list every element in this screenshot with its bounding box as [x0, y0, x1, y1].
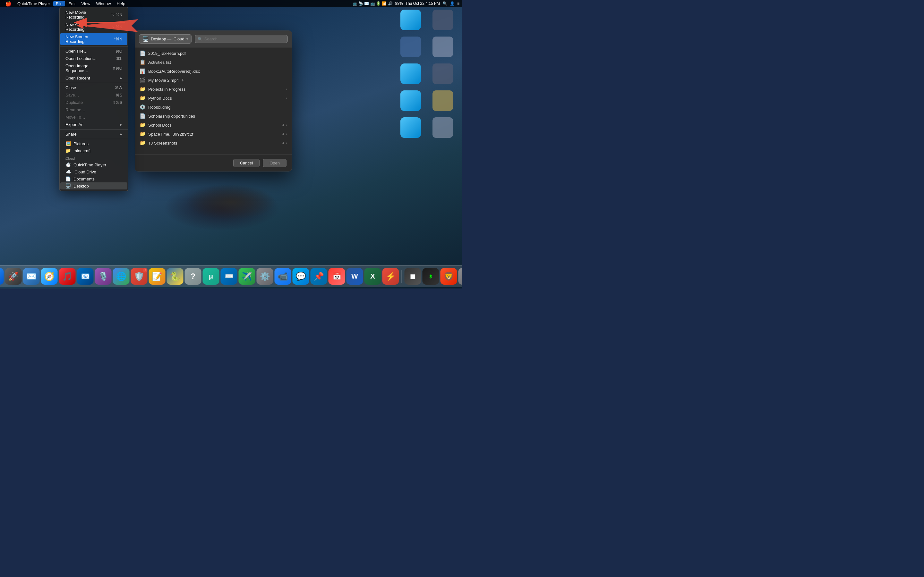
dock-testflight-icon[interactable]: ✈️: [239, 268, 255, 285]
menubar-battery: 88%: [395, 1, 403, 6]
file-icon: 📋: [140, 59, 145, 65]
menu-quicktime-icloud[interactable]: ⏱️ QuickTime Player: [60, 161, 128, 168]
dock-podcasts-icon[interactable]: 🎙️: [95, 268, 111, 285]
folder-icon-img: [401, 90, 421, 111]
dock-spark-icon[interactable]: ⚡: [383, 268, 399, 285]
menu-sep-4: [60, 139, 128, 139]
file-icon: 🎬: [140, 77, 145, 83]
menu-icloud-drive[interactable]: ☁️ iCloud Drive: [60, 168, 128, 175]
list-item[interactable]: 📁 Python Docs ›: [135, 93, 292, 103]
menu-pictures[interactable]: 🖼️ Pictures: [60, 140, 128, 147]
icon-img: [433, 90, 453, 111]
search-input[interactable]: [204, 37, 285, 41]
dialog-search-box[interactable]: 🔍: [195, 35, 288, 43]
dock-calendar-icon[interactable]: 📅: [328, 268, 345, 285]
dock-trello-icon[interactable]: 📌: [310, 268, 327, 285]
list-item[interactable]: 📁 SpaceTime...3992b9fc2f ⬇ ›: [135, 129, 292, 139]
dock-trash-icon[interactable]: 🗑️: [459, 268, 462, 285]
dock-music-icon[interactable]: 🎵: [59, 268, 76, 285]
dock-safari-icon[interactable]: 🧭: [41, 268, 58, 285]
file-name: SpaceTime...3992b9fc2f: [148, 132, 193, 137]
dock-excel-icon[interactable]: X: [365, 268, 381, 285]
cancel-button[interactable]: Cancel: [233, 159, 260, 167]
desktop-icon[interactable]: [430, 37, 456, 57]
menubar-window[interactable]: Window: [94, 1, 113, 6]
list-item[interactable]: 📁 Projects in Progress ›: [135, 85, 292, 93]
dock-mu-icon[interactable]: μ: [203, 268, 220, 285]
dock-pixelmator-icon[interactable]: ◼: [405, 268, 421, 285]
dock-rocket-icon[interactable]: 🚀: [5, 268, 22, 285]
desktop-icon[interactable]: [430, 10, 456, 30]
icon-img: [433, 117, 453, 138]
desktop-icon[interactable]: [430, 117, 456, 138]
dock-systemprefs-icon[interactable]: ⚙️: [257, 268, 273, 285]
list-item[interactable]: 🎬 My Movie 2.mp4 ⬇: [135, 76, 292, 85]
desktop-icon[interactable]: [398, 63, 423, 84]
dock-terminal-icon[interactable]: $: [423, 268, 439, 285]
menubar-search-icon[interactable]: 🔍: [443, 1, 447, 6]
menu-export-as[interactable]: Export As ▶: [60, 121, 128, 128]
list-item[interactable]: 💿 Roblox.dmg: [135, 103, 292, 111]
desktop-folder-icon: 🖥️: [142, 36, 149, 42]
dock-python-icon[interactable]: 🐍: [167, 268, 184, 285]
desktop-icon[interactable]: [430, 63, 456, 84]
menubar-app-name[interactable]: QuickTime Player: [15, 1, 53, 6]
menu-desktop[interactable]: 🖥️ Desktop: [60, 182, 128, 189]
icon-img: [433, 63, 453, 84]
dock-stickies-icon[interactable]: 📝: [149, 268, 166, 285]
menu-sep-2: [60, 83, 128, 83]
menubar-file[interactable]: File: [53, 1, 65, 6]
dock-word-icon[interactable]: W: [347, 268, 363, 285]
dialog-location-button[interactable]: 🖥️ Desktop — iCloud ▾: [139, 34, 192, 44]
menubar-view[interactable]: View: [79, 1, 93, 6]
list-item[interactable]: 📋 Activities list: [135, 58, 292, 67]
dock-mail-icon[interactable]: ✉️: [23, 268, 40, 285]
menubar-user-icon[interactable]: 👤: [450, 1, 455, 6]
file-list: 📄 2019_TaxReturn.pdf 📋 Activities list 📊…: [135, 47, 292, 155]
apple-menu[interactable]: 🍎: [3, 0, 14, 7]
menu-minecraft[interactable]: 📁 minecraft: [60, 147, 128, 154]
folder-icon-img: [401, 63, 421, 84]
folder-icon: 📁: [140, 86, 145, 92]
menu-new-movie[interactable]: New Movie Recording ⌥⌘N: [60, 9, 128, 21]
desktop-icon[interactable]: [398, 37, 423, 57]
list-item[interactable]: 📊 Book1(AutoRecovered).xlsx: [135, 67, 292, 76]
menu-share[interactable]: Share ▶: [60, 131, 128, 138]
list-item[interactable]: 📁 School Docs ⬇ ›: [135, 121, 292, 129]
desktop-icon[interactable]: [398, 10, 423, 30]
menu-close[interactable]: Close ⌘W: [60, 84, 128, 91]
dock-outlook-icon[interactable]: 📧: [77, 268, 94, 285]
list-item[interactable]: 📄 Scholarship opportunities: [135, 111, 292, 121]
desktop-icon-row: [398, 10, 456, 30]
menu-open-location[interactable]: Open Location… ⌘L: [60, 55, 128, 62]
menu-open-recent[interactable]: Open Recent ▶: [60, 74, 128, 82]
dock-vscode-icon[interactable]: ⌨️: [221, 268, 237, 285]
desktop-icon[interactable]: [398, 117, 423, 138]
dock-help-icon[interactable]: ?: [185, 268, 202, 285]
list-item[interactable]: 📁 TJ Screenshots ⬇ ›: [135, 139, 292, 147]
minecraft-icon: 📁: [65, 148, 71, 153]
menu-open-image-seq[interactable]: Open Image Sequence… ⇧⌘O: [60, 62, 128, 74]
menubar-list-icon[interactable]: ≡: [457, 1, 459, 6]
menu-documents[interactable]: 📄 Documents: [60, 175, 128, 182]
chevron-right-icon: ›: [286, 96, 287, 100]
menu-open-file[interactable]: Open File… ⌘O: [60, 47, 128, 55]
dock-zoom-icon[interactable]: 📹: [275, 268, 291, 285]
list-item[interactable]: 📄 2019_TaxReturn.pdf: [135, 49, 292, 58]
menu-new-audio[interactable]: New Audio Recording ⌥⌘N: [60, 21, 128, 33]
dock-finder-icon[interactable]: 😊: [0, 268, 4, 285]
file-open-dialog: 🖥️ Desktop — iCloud ▾ 🔍 📄 2019_TaxReturn…: [135, 31, 292, 171]
download-icon: ⬇: [282, 132, 284, 136]
menubar-help[interactable]: Help: [114, 1, 128, 6]
dock-brave-icon[interactable]: 🦁: [441, 268, 457, 285]
menu-new-screen[interactable]: New Screen Recording ^⌘N: [60, 33, 128, 45]
open-button[interactable]: Open: [263, 159, 286, 167]
menubar-edit[interactable]: Edit: [66, 1, 78, 6]
dock-skype-icon[interactable]: 💬: [292, 268, 309, 285]
dock-chrome-icon[interactable]: 🌐: [113, 268, 129, 285]
desktop-icon[interactable]: [430, 90, 456, 111]
menubar: 🍎 QuickTime Player File Edit View Window…: [0, 0, 462, 7]
desktop-icon[interactable]: [398, 90, 423, 111]
dock-vpn-icon[interactable]: 🛡️ !: [131, 268, 148, 285]
menu-save: Save… ⌘S: [60, 91, 128, 99]
